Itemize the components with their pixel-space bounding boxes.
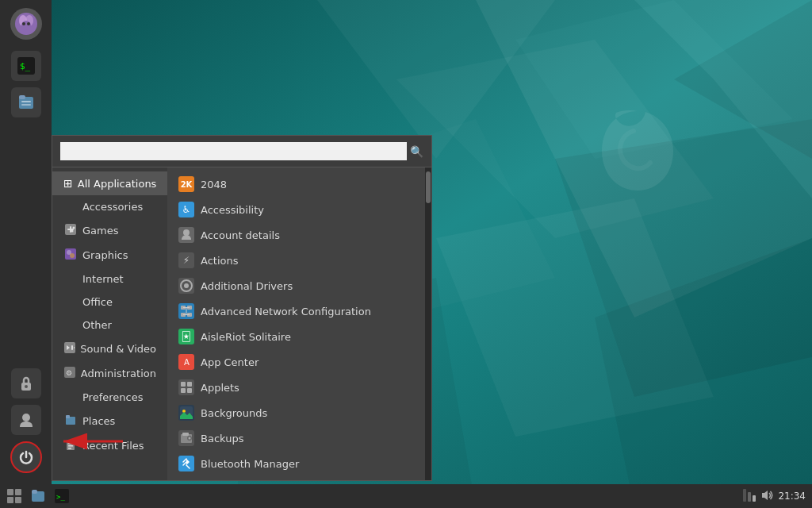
svg-point-25 xyxy=(25,385,28,388)
svg-rect-75 xyxy=(15,497,21,503)
category-graphics[interactable]: Graphics xyxy=(52,243,167,267)
svg-point-15 xyxy=(21,21,31,30)
app-icon-bluetooth xyxy=(178,456,194,471)
scrollbar[interactable] xyxy=(425,167,431,480)
games-icon xyxy=(63,224,78,237)
app-icon-network xyxy=(178,303,194,319)
app-icon-accessibility: ♿ xyxy=(178,202,194,217)
category-graphics-label: Graphics xyxy=(82,249,128,261)
category-internet[interactable]: Internet xyxy=(52,267,167,291)
terminal-icon[interactable]: $_ xyxy=(11,51,41,81)
search-input[interactable] xyxy=(60,142,407,160)
red-arrow xyxy=(56,425,127,460)
svg-rect-81 xyxy=(748,492,751,502)
svg-rect-69 xyxy=(182,433,189,436)
category-preferences[interactable]: Preferences xyxy=(52,386,167,409)
app-icon-account xyxy=(178,227,194,243)
app-item-network-config[interactable]: Advanced Network Configuration xyxy=(167,298,425,324)
app-label-2048: 2048 xyxy=(201,179,227,190)
category-games[interactable]: Games xyxy=(52,218,167,243)
app-item-account-details[interactable]: Account details xyxy=(167,222,425,248)
svg-rect-22 xyxy=(21,101,31,102)
sound-video-icon xyxy=(63,342,75,356)
svg-rect-63 xyxy=(181,388,186,393)
category-other[interactable]: Other xyxy=(52,314,167,337)
app-label-account: Account details xyxy=(201,229,280,241)
app-item-bluetooth[interactable]: Bluetooth Manager xyxy=(167,451,425,476)
taskbar-terminal[interactable]: >_ xyxy=(52,486,72,506)
category-sound-video-label: Sound & Video xyxy=(80,343,156,355)
category-accessories[interactable]: Accessories xyxy=(52,195,167,218)
category-other-label: Other xyxy=(82,319,112,331)
app-item-app-center[interactable]: A App Center xyxy=(167,349,425,375)
app-label-accessibility: Accessibility xyxy=(201,204,264,216)
taskbar-app-menu[interactable] xyxy=(4,486,25,506)
category-accessories-label: Accessories xyxy=(82,201,143,213)
lock-icon[interactable] xyxy=(11,368,41,398)
svg-marker-83 xyxy=(762,491,768,500)
app-item-aisleriot[interactable]: 🃏 AisleRiot Solitaire xyxy=(167,324,425,349)
search-icon[interactable]: 🔍 xyxy=(410,145,423,158)
user-icon[interactable] xyxy=(11,405,41,435)
svg-rect-82 xyxy=(753,495,756,502)
app-icon-applets xyxy=(178,379,194,395)
graphics-icon xyxy=(63,248,78,262)
app-item-actions[interactable]: ⚡ Actions xyxy=(167,248,425,273)
left-panel: $_ xyxy=(0,0,52,484)
taskbar-files[interactable] xyxy=(28,486,48,506)
svg-text:A: A xyxy=(184,358,190,367)
app-item-accessibility[interactable]: ♿ Accessibility xyxy=(167,197,425,222)
app-label-appcenter: App Center xyxy=(201,356,259,368)
power-button[interactable] xyxy=(10,441,42,473)
taskbar-time: 21:34 xyxy=(778,491,806,502)
svg-rect-23 xyxy=(21,104,31,106)
svg-text:⚙: ⚙ xyxy=(66,369,72,377)
app-item-2048[interactable]: 2K 2048 xyxy=(167,171,425,197)
svg-point-49 xyxy=(183,229,190,236)
app-label-actions: Actions xyxy=(201,255,239,267)
admin-icon: ⚙ xyxy=(63,367,76,380)
app-item-additional-drivers[interactable]: Additional Drivers xyxy=(167,273,425,298)
network-status-icon xyxy=(743,489,756,504)
app-label-network: Advanced Network Configuration xyxy=(201,306,371,318)
category-administration[interactable]: ⚙ Administration xyxy=(52,361,167,386)
category-all-label: All Applications xyxy=(78,178,157,190)
grid-icon: ⊞ xyxy=(63,177,73,190)
svg-rect-40 xyxy=(74,347,75,348)
svg-text:$_: $_ xyxy=(20,61,31,71)
taskbar: >_ 21:34 xyxy=(0,484,812,508)
app-label-bluetooth: Bluetooth Manager xyxy=(201,458,299,470)
menu-search-bar: 🔍 xyxy=(52,136,431,167)
app-label-applets: Applets xyxy=(201,382,239,394)
app-label-backups: Backups xyxy=(201,433,243,444)
app-label-aisleriot: AisleRiot Solitaire xyxy=(201,331,291,343)
app-item-backgrounds[interactable]: Backgrounds xyxy=(167,400,425,425)
sound-icon xyxy=(760,489,773,504)
svg-rect-61 xyxy=(181,382,186,387)
svg-rect-73 xyxy=(15,489,21,495)
taskbar-left: >_ xyxy=(0,486,72,506)
app-icon-backups xyxy=(178,430,194,446)
svg-rect-80 xyxy=(743,489,746,502)
category-all-applications[interactable]: ⊞ All Applications xyxy=(52,171,167,195)
svg-point-26 xyxy=(22,414,30,421)
svg-rect-74 xyxy=(7,497,13,503)
category-internet-label: Internet xyxy=(82,273,124,285)
svg-rect-77 xyxy=(32,490,37,494)
svg-rect-39 xyxy=(71,345,73,350)
category-admin-label: Administration xyxy=(81,368,156,379)
category-office[interactable]: Office xyxy=(52,291,167,314)
app-item-backups[interactable]: Backups xyxy=(167,425,425,451)
scroll-thumb[interactable] xyxy=(426,171,431,203)
svg-rect-64 xyxy=(187,388,192,393)
app-list: 2K 2048 ♿ Accessibility Account xyxy=(167,167,425,480)
files-icon[interactable] xyxy=(11,87,41,117)
svg-point-16 xyxy=(22,22,25,25)
app-label-backgrounds: Backgrounds xyxy=(201,407,267,419)
app-item-applets[interactable]: Applets xyxy=(167,375,425,400)
svg-point-71 xyxy=(189,437,191,440)
svg-point-51 xyxy=(184,283,189,288)
whisker-menu-button[interactable] xyxy=(10,8,42,40)
svg-point-36 xyxy=(70,253,75,258)
category-sound-video[interactable]: Sound & Video xyxy=(52,337,167,361)
